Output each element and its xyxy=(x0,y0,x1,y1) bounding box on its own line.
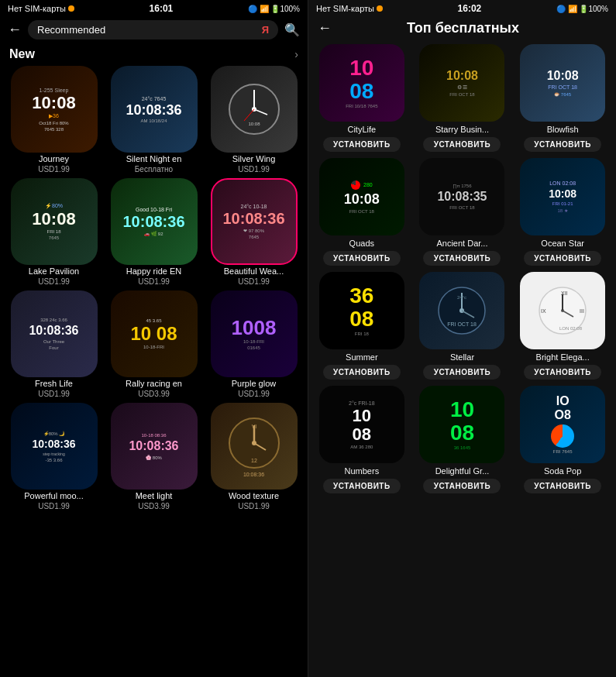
list-item[interactable]: 10 08 FRI 10/18 7645 CityLife УСТАНОВИТЬ xyxy=(315,44,409,152)
watch-name: Bright Elega... xyxy=(520,352,605,362)
new-section-title: New xyxy=(9,47,35,61)
watch-name: Quads xyxy=(319,239,404,248)
install-button[interactable]: УСТАНОВИТЬ xyxy=(423,479,501,493)
watch-name: Starry Busin... xyxy=(419,125,504,134)
list-item[interactable]: 12 VI 10:08:36 Wood texture USD1.99 xyxy=(206,403,301,510)
watch-name: Lake Pavilion xyxy=(12,266,97,276)
install-button[interactable]: УСТАНОВИТЬ xyxy=(323,251,401,266)
watch-price: USD1.99 xyxy=(238,165,270,174)
list-item[interactable]: 2°c FRI-18 10 08 AM 36 280 Numbers УСТАН… xyxy=(315,386,409,493)
watch-grid-left: 1-255 Sleep 10:08 ▶36 Oct18 Fri 80% 7645… xyxy=(0,66,308,510)
install-button[interactable]: УСТАНОВИТЬ xyxy=(423,251,501,266)
watch-thumb-beautiful: 24°c 10-18 10:08:36 ❤ 97 80% 7645 xyxy=(211,178,298,265)
status-bar-right: Нет SIM-карты 16:02 🔵 📶 🔋100% xyxy=(308,0,616,17)
watch-thumb-silver: 10:08 xyxy=(211,66,298,153)
watch-name: Ocean Star xyxy=(520,239,605,248)
watch-price: Бесплатно xyxy=(135,165,173,174)
new-section-header: New › xyxy=(0,44,308,66)
svg-text:XII: XII xyxy=(561,290,568,296)
search-input[interactable] xyxy=(37,24,257,36)
watch-thumb-summer: 36 08 FRI 18 xyxy=(319,272,404,349)
list-item[interactable]: 328 24c 3.66 10:08:36 Our Three Four Fre… xyxy=(6,290,102,398)
watch-thumb-bright: III IX XII LON 02:08 xyxy=(520,272,605,349)
search-icon[interactable]: 🔍 xyxy=(284,22,300,37)
list-item[interactable]: 24°c 10-18 10:08:36 ❤ 97 80% 7645 Beauti… xyxy=(206,178,301,286)
list-item[interactable]: Good 10-18 Fri 10:08:36 🚗 🌿 92 Happy rid… xyxy=(106,178,201,286)
watch-name: Meet light xyxy=(112,491,197,500)
install-button[interactable]: УСТАНОВИТЬ xyxy=(524,365,601,380)
svg-text:IX: IX xyxy=(541,308,546,314)
watch-name: Powerful moo... xyxy=(12,491,97,500)
install-button[interactable]: УСТАНОВИТЬ xyxy=(524,479,601,493)
watch-thumb-lake: ⚡80% 10:08 FRI 18 7645 xyxy=(11,178,98,265)
list-item[interactable]: ⚡80% 🌙 10:08:36 step tracking -35 3.66 P… xyxy=(6,403,102,510)
time-right: 16:02 xyxy=(458,3,482,14)
back-button-left[interactable]: ← xyxy=(8,22,22,38)
list-item[interactable]: IO O8 FRI 7645 Soda Pop УСТАНОВИТЬ xyxy=(515,386,610,493)
install-button[interactable]: УСТАНОВИТЬ xyxy=(423,137,501,152)
list-item[interactable]: FRI OCT 18 24°c Stellar УСТАНОВИТЬ xyxy=(415,272,510,380)
watch-price: USD1.99 xyxy=(38,165,70,174)
list-item[interactable]: LON 02:08 10:08 FRI 01-21 18 ★ Ocean Sta… xyxy=(515,158,610,266)
watch-thumb-blowfish: 10:08 FRI OCT 18 🐡 7645 xyxy=(520,44,605,122)
list-item[interactable]: 10:08 Silver Wing USD1.99 xyxy=(206,66,301,174)
list-item[interactable]: III IX XII LON 02:08 Bright Elega... УСТ… xyxy=(515,272,610,380)
list-item[interactable]: 10-18 08:36 10:08:36 🌸 80% Meet light US… xyxy=(106,403,201,510)
list-item[interactable]: ⚡80% 10:08 FRI 18 7645 Lake Pavilion USD… xyxy=(6,178,102,286)
list-item[interactable]: 24°c 7645 10:08:36 AM 10/18/24 Silent Ni… xyxy=(106,66,201,174)
watch-name: Beautiful Wea... xyxy=(212,266,297,276)
install-button[interactable]: УСТАНОВИТЬ xyxy=(423,365,501,380)
ya-button[interactable]: Я xyxy=(262,24,269,36)
list-item[interactable]: 1-255 Sleep 10:08 ▶36 Oct18 Fri 80% 7645… xyxy=(6,66,102,174)
carrier-left: Нет SIM-карты xyxy=(8,4,74,13)
list-item[interactable]: 10 08 36 1645 Delightful Gr... УСТАНОВИТ… xyxy=(415,386,510,493)
watch-price: USD3.99 xyxy=(138,502,170,510)
watch-thumb-journey: 1-255 Sleep 10:08 ▶36 Oct18 Fri 80% 7645… xyxy=(11,66,98,153)
watch-thumb-starry: 10:08 ⚙ ☰ FRI OCT 18 xyxy=(419,44,504,122)
list-item[interactable]: 10:08 FRI OCT 18 🐡 7645 Blowfish УСТАНОВ… xyxy=(515,44,610,152)
right-panel: Нет SIM-карты 16:02 🔵 📶 🔋100% ← Топ бесп… xyxy=(308,0,616,677)
install-button[interactable]: УСТАНОВИТЬ xyxy=(323,137,401,152)
watch-name: Numbers xyxy=(319,466,404,476)
list-item[interactable]: 36 08 FRI 18 Summer УСТАНОВИТЬ xyxy=(315,272,409,380)
install-button[interactable]: УСТАНОВИТЬ xyxy=(323,479,401,493)
list-item[interactable]: 280 10:08 FRI OCT 18 Quads УСТАНОВИТЬ xyxy=(315,158,409,266)
watch-thumb-numbers: 2°c FRI-18 10 08 AM 36 280 xyxy=(319,386,404,463)
svg-text:III: III xyxy=(580,308,584,314)
list-item[interactable]: 45 3.65 10 08 10-18-FRI Rally racing en … xyxy=(106,290,201,398)
watch-name: Delightful Gr... xyxy=(419,466,504,476)
watch-grid-right: 10 08 FRI 10/18 7645 CityLife УСТАНОВИТЬ… xyxy=(308,41,616,497)
watch-thumb-fresh: 328 24c 3.66 10:08:36 Our Three Four xyxy=(11,290,98,377)
watch-thumb-rally: 45 3.65 10 08 10-18-FRI xyxy=(111,290,198,377)
back-button-right[interactable]: ← xyxy=(318,20,332,36)
install-button[interactable]: УСТАНОВИТЬ xyxy=(524,137,601,152)
header-left: ← Я 🔍 xyxy=(0,17,308,44)
watch-thumb-quads: 280 10:08 FRI OCT 18 xyxy=(319,158,404,235)
svg-text:FRI OCT 18: FRI OCT 18 xyxy=(448,321,477,327)
status-icons-right: 🔵 📶 🔋100% xyxy=(556,5,608,13)
watch-price: USD1.99 xyxy=(38,390,70,398)
watch-thumb-meet: 10-18 08:36 10:08:36 🌸 80% xyxy=(111,403,198,490)
watch-thumb-citylife: 10 08 FRI 10/18 7645 xyxy=(319,44,404,122)
list-item[interactable]: 10:08 ⚙ ☰ FRI OCT 18 Starry Busin... УСТ… xyxy=(415,44,510,152)
watch-thumb-wood: 12 VI 10:08:36 xyxy=(211,403,298,490)
section-arrow[interactable]: › xyxy=(294,48,298,60)
list-item[interactable]: 1008 10-18-FRI 01645 Purple glow USD1.99 xyxy=(206,290,301,398)
status-icons-left: 🔵 📶 🔋100% xyxy=(248,5,300,13)
header-right: ← Топ бесплатных xyxy=(308,17,616,41)
time-left: 16:01 xyxy=(150,3,174,14)
install-button[interactable]: УСТАНОВИТЬ xyxy=(323,365,401,380)
list-item[interactable]: ∏π 1756 10:08:35 FRI OCT 18 Ancient Dar.… xyxy=(415,158,510,266)
watch-name: Silent Night en xyxy=(112,154,197,163)
watch-thumb-delightful: 10 08 36 1645 xyxy=(419,386,504,463)
svg-text:10:08: 10:08 xyxy=(248,122,260,126)
miui-icon-right xyxy=(377,5,383,12)
search-bar[interactable]: Я xyxy=(28,20,278,40)
watch-name: Blowfish xyxy=(520,125,605,134)
svg-text:12: 12 xyxy=(251,458,257,463)
watch-name: Ancient Dar... xyxy=(419,239,504,248)
carrier-right: Нет SIM-карты xyxy=(316,4,383,13)
watch-name: Happy ride EN xyxy=(112,266,197,276)
watch-thumb-ancient: ∏π 1756 10:08:35 FRI OCT 18 xyxy=(419,158,504,235)
install-button[interactable]: УСТАНОВИТЬ xyxy=(524,251,601,266)
